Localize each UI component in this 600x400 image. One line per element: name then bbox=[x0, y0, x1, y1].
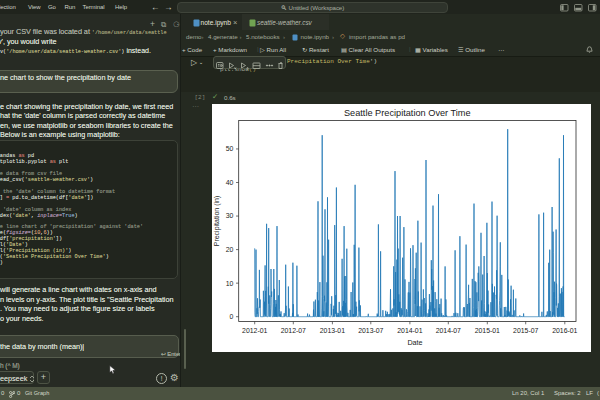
svg-text:2014-07: 2014-07 bbox=[436, 327, 461, 334]
svg-text:Precipitation (in): Precipitation (in) bbox=[213, 196, 221, 247]
svg-text:2014-01: 2014-01 bbox=[397, 327, 422, 334]
svg-text:2015-01: 2015-01 bbox=[475, 327, 500, 334]
svg-text:2013-01: 2013-01 bbox=[320, 327, 345, 334]
svg-text:50: 50 bbox=[226, 145, 234, 152]
svg-text:0: 0 bbox=[229, 313, 233, 320]
svg-text:2013-07: 2013-07 bbox=[358, 327, 383, 334]
svg-text:Seattle Precipitation Over Tim: Seattle Precipitation Over Time bbox=[344, 108, 471, 118]
svg-text:2012-07: 2012-07 bbox=[281, 327, 306, 334]
svg-text:40: 40 bbox=[226, 179, 234, 186]
svg-text:2016-01: 2016-01 bbox=[552, 327, 577, 334]
svg-text:Date: Date bbox=[407, 338, 422, 347]
svg-text:2012-01: 2012-01 bbox=[242, 327, 267, 334]
svg-text:20: 20 bbox=[226, 246, 234, 253]
svg-text:30: 30 bbox=[226, 212, 234, 219]
svg-text:2015-07: 2015-07 bbox=[513, 327, 538, 334]
svg-text:10: 10 bbox=[226, 280, 234, 287]
